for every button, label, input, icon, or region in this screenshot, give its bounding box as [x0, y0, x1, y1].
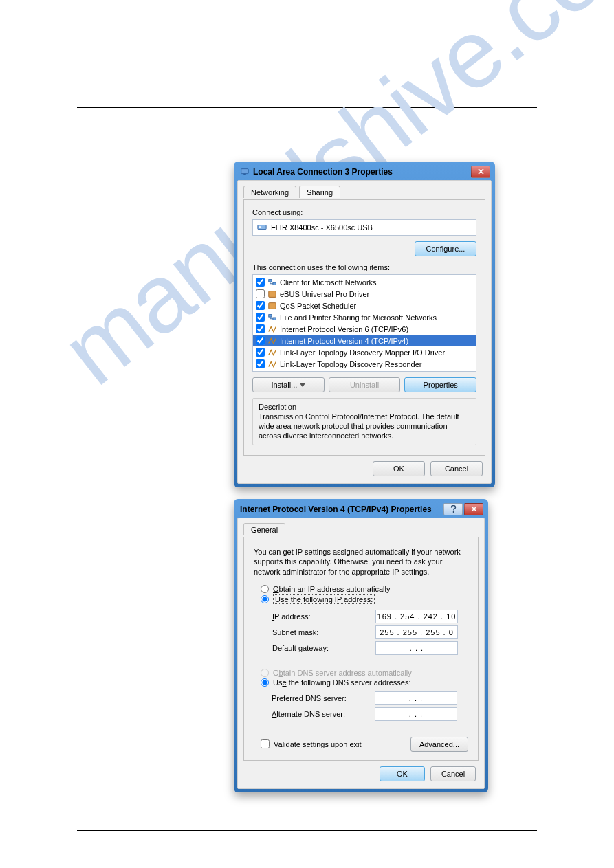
item-checkbox[interactable] — [256, 324, 265, 333]
default-gateway-input[interactable]: . . . — [375, 641, 458, 655]
radio-obtain-ip-auto[interactable]: Obtain an IP address automatically — [261, 585, 468, 593]
item-checkbox[interactable] — [256, 289, 265, 298]
validate-label: Validate settings upon exit — [274, 740, 362, 748]
list-item[interactable]: Internet Protocol Version 4 (TCP/IPv4) — [253, 335, 476, 346]
dialog-footer: OK Cancel — [243, 456, 485, 476]
close-icon — [471, 506, 477, 512]
svg-rect-0 — [241, 168, 249, 173]
list-item[interactable]: QoS Packet Scheduler — [253, 300, 476, 311]
component-icon — [267, 348, 277, 357]
item-label: Internet Protocol Version 6 (TCP/IPv6) — [280, 325, 408, 333]
titlebar: Local Area Connection 3 Properties — [237, 165, 492, 180]
uninstall-button: Uninstall — [329, 377, 401, 392]
component-icon — [267, 301, 277, 311]
item-label: Client for Microsoft Networks — [280, 278, 377, 287]
connect-using-label: Connect using: — [252, 208, 476, 216]
dialog-body: General You can get IP settings assigned… — [237, 518, 485, 789]
close-button[interactable] — [471, 166, 490, 178]
tab-sharing[interactable]: Sharing — [299, 186, 340, 198]
tab-strip: General — [243, 522, 479, 537]
tab-networking[interactable]: Networking — [243, 186, 296, 198]
intro-text: You can get IP settings assigned automat… — [254, 547, 468, 577]
dialog-title: Internet Protocol Version 4 (TCP/IPv4) P… — [240, 504, 443, 514]
list-item[interactable]: Link-Layer Topology Discovery Responder — [253, 358, 476, 370]
close-button[interactable] — [464, 503, 483, 515]
svg-rect-5 — [273, 282, 276, 285]
dialog-title: Local Area Connection 3 Properties — [253, 167, 471, 177]
install-button-label: Install... — [271, 381, 297, 389]
tab-general[interactable]: General — [243, 523, 285, 535]
ok-button[interactable]: OK — [380, 766, 425, 781]
alternate-dns-label: Alternate DNS server: — [272, 710, 375, 718]
radio-input — [261, 669, 269, 677]
description-title: Description — [259, 403, 470, 411]
properties-button[interactable]: Properties — [404, 377, 476, 392]
item-checkbox[interactable] — [256, 301, 265, 310]
dialog-footer: OK Cancel — [243, 761, 479, 781]
radio-label: Use the following DNS server addresses: — [273, 678, 411, 687]
radio-input[interactable] — [261, 585, 269, 593]
preferred-dns-label: Preferred DNS server: — [272, 694, 375, 702]
lan-properties-dialog: Local Area Connection 3 Properties Netwo… — [234, 162, 495, 487]
default-gateway-label: Default gateway: — [272, 644, 375, 652]
install-button[interactable]: Install... — [252, 377, 325, 392]
item-checkbox[interactable] — [256, 348, 265, 357]
network-adapter-icon — [240, 167, 250, 177]
list-item[interactable]: Internet Protocol Version 6 (TCP/IPv6) — [253, 323, 476, 335]
item-checkbox[interactable] — [256, 359, 265, 368]
adapter-field: FLIR X8400sc - X6500sc USB — [252, 219, 476, 236]
list-item[interactable]: File and Printer Sharing for Microsoft N… — [253, 311, 476, 323]
preferred-dns-input[interactable]: . . . — [375, 691, 457, 705]
tab-strip: Networking Sharing — [243, 185, 485, 200]
items-label: This connection uses the following items… — [252, 263, 476, 271]
item-checkbox[interactable] — [256, 336, 265, 345]
close-icon — [478, 168, 484, 175]
adapter-icon — [257, 223, 267, 232]
tab-content: Connect using: FLIR X8400sc - X6500sc US… — [243, 200, 485, 456]
component-icon — [267, 324, 277, 334]
component-icon — [267, 336, 277, 346]
item-checkbox[interactable] — [256, 313, 265, 322]
description-group: Description Transmission Control Protoco… — [252, 398, 476, 445]
radio-obtain-dns-auto: Obtain DNS server address automatically — [261, 669, 468, 677]
svg-rect-4 — [269, 279, 272, 282]
dropdown-icon — [300, 383, 305, 387]
cancel-button[interactable]: Cancel — [430, 766, 476, 781]
advanced-button[interactable]: Advanced... — [410, 737, 468, 752]
help-button[interactable] — [443, 503, 463, 515]
subnet-mask-input[interactable]: 255 . 255 . 255 . 0 — [375, 625, 458, 639]
ip-address-input[interactable]: 169 . 254 . 242 . 10 — [375, 610, 458, 623]
radio-use-ip[interactable]: Use the following IP address: — [261, 594, 468, 604]
ok-button[interactable]: OK — [373, 461, 425, 476]
validate-checkbox[interactable] — [261, 739, 270, 748]
component-icon — [267, 359, 277, 369]
item-checkbox[interactable] — [256, 278, 265, 287]
dialog-body: Networking Sharing Connect using: FLIR X… — [237, 180, 492, 484]
item-label: File and Printer Sharing for Microsoft N… — [280, 313, 437, 322]
radio-label: Use the following IP address: — [273, 594, 375, 604]
components-listbox[interactable]: Client for Microsoft NetworkseBUS Univer… — [252, 274, 476, 372]
subnet-mask-label: Subnet mask: — [272, 628, 375, 636]
svg-rect-8 — [269, 314, 272, 317]
help-icon — [450, 505, 457, 513]
tab-content: You can get IP settings assigned automat… — [243, 537, 479, 761]
adapter-name: FLIR X8400sc - X6500sc USB — [271, 223, 373, 232]
radio-input[interactable] — [261, 678, 269, 687]
page-top-rule — [77, 107, 537, 108]
configure-button[interactable]: Configure... — [415, 241, 476, 256]
radio-label: Obtain DNS server address automatically — [273, 669, 412, 677]
item-label: Link-Layer Topology Discovery Mapper I/O… — [280, 348, 445, 357]
radio-label: Obtain an IP address automatically — [273, 585, 390, 593]
description-text: Transmission Control Protocol/Internet P… — [259, 412, 470, 441]
alternate-dns-input[interactable]: . . . — [375, 707, 457, 721]
cancel-button[interactable]: Cancel — [430, 461, 483, 476]
radio-use-dns[interactable]: Use the following DNS server addresses: — [261, 678, 468, 687]
component-icon — [267, 278, 277, 287]
list-item[interactable]: Link-Layer Topology Discovery Mapper I/O… — [253, 346, 476, 358]
item-label: QoS Packet Scheduler — [280, 302, 356, 310]
ip-address-label: IP address: — [272, 612, 375, 621]
component-icon — [267, 289, 277, 299]
list-item[interactable]: eBUS Universal Pro Driver — [253, 288, 476, 300]
radio-input[interactable] — [261, 595, 269, 603]
list-item[interactable]: Client for Microsoft Networks — [253, 276, 476, 288]
